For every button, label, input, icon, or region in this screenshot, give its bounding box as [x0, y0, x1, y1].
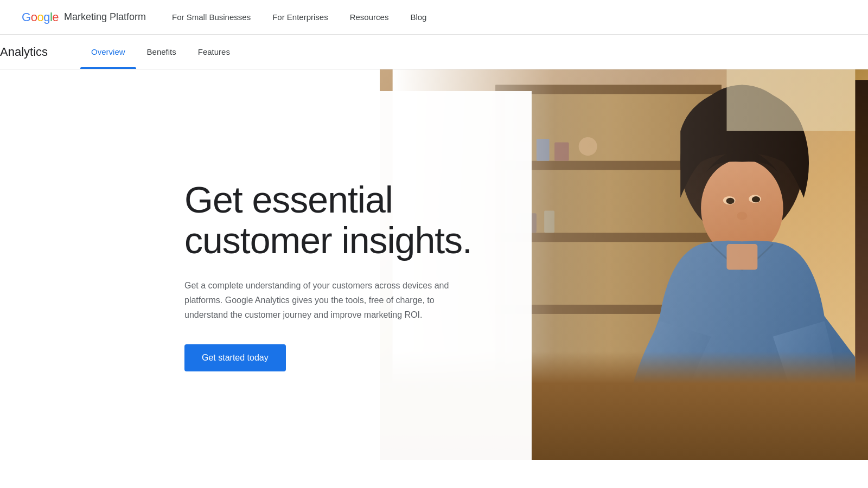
svg-rect-31 [752, 439, 773, 460]
logo-letter-e: e [52, 10, 59, 24]
svg-rect-29 [598, 406, 866, 418]
hero-content-card: Get essential customer insights. Get a c… [152, 91, 532, 460]
logo-letter-g: G [22, 10, 31, 24]
nav-small-businesses[interactable]: For Small Businesses [172, 12, 251, 22]
nav-blog[interactable]: Blog [410, 12, 426, 22]
svg-rect-27 [588, 419, 868, 434]
hero-section: Get essential customer insights. Get a c… [0, 69, 868, 460]
google-logo: Google [22, 10, 59, 24]
platform-name: Marketing Platform [64, 11, 146, 23]
logo-area[interactable]: Google Marketing Platform [22, 10, 146, 24]
hero-description: Get a complete understanding of your cus… [184, 278, 467, 323]
logo-letter-g2: g [43, 10, 50, 24]
svg-rect-32 [754, 441, 771, 460]
hero-headline: Get essential customer insights. [184, 179, 488, 261]
top-navigation: Google Marketing Platform For Small Busi… [0, 0, 868, 35]
top-nav-links: For Small Businesses For Enterprises Res… [172, 12, 426, 22]
section-title: Analytics [0, 45, 69, 59]
sub-navigation: Analytics Overview Benefits Features [0, 35, 868, 69]
nav-enterprises[interactable]: For Enterprises [272, 12, 328, 22]
sub-nav-tabs: Overview Benefits Features [80, 35, 241, 69]
svg-rect-28 [593, 403, 868, 421]
cta-button[interactable]: Get started today [184, 344, 286, 371]
svg-point-25 [624, 433, 670, 456]
logo-letter-o1: o [31, 10, 37, 24]
logo-letter-o2: o [37, 10, 43, 24]
tab-features[interactable]: Features [187, 35, 241, 69]
svg-rect-33 [679, 433, 723, 460]
nav-resources[interactable]: Resources [350, 12, 389, 22]
tab-overview[interactable]: Overview [80, 35, 136, 69]
tab-benefits[interactable]: Benefits [136, 35, 187, 69]
svg-point-26 [801, 433, 847, 456]
